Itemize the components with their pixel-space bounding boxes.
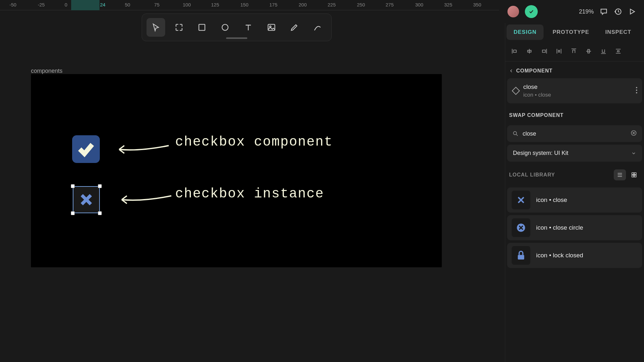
- ruler-tick: 200: [298, 2, 307, 7]
- library-dropdown[interactable]: Design system: UI Kit: [507, 145, 642, 162]
- top-bar: 219%: [500, 0, 644, 23]
- list-view-button[interactable]: [614, 169, 626, 180]
- component-name: close: [523, 83, 551, 90]
- properties-panel: DESIGN PROTOTYPE INSPECT COMPONENT close…: [505, 23, 644, 362]
- svg-point-8: [513, 131, 516, 135]
- history-icon[interactable]: [614, 7, 622, 16]
- grid-view-button[interactable]: [628, 169, 640, 180]
- align-center-v[interactable]: [583, 46, 594, 57]
- tab-prototype[interactable]: PROTOTYPE: [545, 24, 596, 40]
- ruler-tick: 225: [327, 2, 336, 7]
- ruler-tick: 24: [100, 2, 106, 7]
- ruler-tick: 75: [154, 2, 160, 7]
- distribute-h[interactable]: [554, 46, 564, 57]
- clear-search-button[interactable]: [630, 130, 637, 138]
- swap-section-label: SWAP COMPONENT: [509, 112, 564, 118]
- selection-handle-tr[interactable]: [98, 184, 102, 188]
- result-label: icon • close circle: [536, 224, 583, 231]
- component-card[interactable]: close icon • close: [507, 78, 642, 103]
- ruler-tick: -50: [9, 2, 16, 7]
- svg-rect-10: [632, 173, 634, 175]
- swap-search[interactable]: [507, 125, 642, 142]
- selection-handle-bl[interactable]: [71, 211, 75, 215]
- chevron-left-icon: [509, 69, 514, 73]
- align-center-h[interactable]: [524, 46, 535, 57]
- selection-handle-br[interactable]: [98, 211, 102, 215]
- zoom-level[interactable]: 219%: [579, 8, 594, 15]
- ruler-tick: 100: [183, 2, 191, 7]
- swap-result-item[interactable]: icon • close: [507, 187, 642, 213]
- ellipse-tool[interactable]: [216, 18, 234, 37]
- result-label: icon • close: [536, 196, 567, 204]
- svg-rect-2: [268, 24, 275, 31]
- more-vertical-icon: [636, 87, 638, 94]
- move-tool[interactable]: [147, 18, 165, 37]
- toolbar-drag-handle[interactable]: [226, 37, 247, 39]
- distribute-v[interactable]: [613, 46, 624, 57]
- svg-rect-0: [199, 24, 205, 31]
- panel-tabs: DESIGN PROTOTYPE INSPECT: [505, 23, 644, 41]
- checkbox-component[interactable]: [72, 135, 100, 163]
- tab-design[interactable]: DESIGN: [507, 24, 544, 40]
- component-more-button[interactable]: [636, 87, 638, 95]
- annotation-checkbox-component: checkbox component: [175, 134, 333, 150]
- user-avatar[interactable]: [507, 6, 519, 17]
- frame-tool[interactable]: [170, 18, 188, 37]
- text-tool[interactable]: [239, 18, 258, 37]
- align-right[interactable]: [539, 46, 550, 57]
- ruler-tick: 0: [65, 2, 67, 7]
- swap-search-input[interactable]: [523, 130, 627, 137]
- pencil-tool[interactable]: [285, 18, 304, 37]
- svg-point-5: [636, 87, 637, 88]
- ruler-tick: 350: [473, 2, 481, 7]
- component-diamond-icon: [512, 87, 520, 95]
- tab-inspect[interactable]: INSPECT: [598, 24, 639, 40]
- collaborator-avatar[interactable]: [525, 5, 538, 18]
- frame-components[interactable]: checkbox component checkbox instance: [31, 74, 442, 267]
- svg-point-1: [222, 24, 228, 31]
- swap-result-item[interactable]: icon • close circle: [507, 215, 642, 240]
- alignment-row: [505, 41, 644, 62]
- image-tool[interactable]: [262, 18, 281, 37]
- swap-results-list: icon • close icon • close circle icon • …: [505, 187, 644, 268]
- align-top[interactable]: [568, 46, 579, 57]
- comment-icon[interactable]: [600, 7, 608, 16]
- result-thumbnail: [512, 191, 530, 209]
- ruler-tick: 275: [385, 2, 393, 7]
- ruler-tick: 50: [125, 2, 130, 7]
- result-label: icon • lock closed: [536, 252, 583, 259]
- view-toggle: [614, 169, 640, 180]
- pen-tool[interactable]: [308, 18, 327, 37]
- svg-rect-11: [634, 173, 636, 175]
- ruler-tick: 175: [269, 2, 277, 7]
- ruler-tick: 325: [444, 2, 452, 7]
- arrow-annotation-1: [115, 142, 169, 160]
- frame-label[interactable]: components: [31, 68, 62, 74]
- checkmark-icon: [77, 140, 95, 158]
- checkbox-instance[interactable]: [73, 186, 100, 213]
- component-section-header[interactable]: COMPONENT: [505, 62, 644, 78]
- play-icon[interactable]: [628, 7, 636, 16]
- component-breadcrumb: icon • close: [523, 92, 551, 98]
- align-left[interactable]: [509, 46, 520, 57]
- ruler-tick: 300: [415, 2, 423, 7]
- rectangle-tool[interactable]: [193, 18, 212, 37]
- align-bottom[interactable]: [598, 46, 609, 57]
- result-thumbnail: [512, 218, 530, 237]
- svg-rect-12: [632, 175, 634, 177]
- svg-rect-15: [518, 255, 524, 260]
- svg-rect-13: [634, 175, 636, 177]
- close-icon: [79, 192, 94, 207]
- ruler-selection-highlight: [71, 0, 99, 10]
- checkbox-instance-selection[interactable]: [70, 184, 102, 216]
- swap-result-item[interactable]: icon • lock closed: [507, 243, 642, 268]
- search-icon: [512, 130, 519, 137]
- chevron-down-icon: [631, 151, 636, 156]
- local-library-header: LOCAL LIBRARY: [505, 162, 644, 185]
- selection-handle-tl[interactable]: [71, 184, 75, 188]
- arrow-annotation-2: [117, 193, 172, 210]
- result-thumbnail: [512, 246, 530, 265]
- local-library-label: LOCAL LIBRARY: [509, 172, 555, 178]
- canvas[interactable]: components checkbox component checkbox i…: [0, 10, 500, 362]
- swap-section-header: SWAP COMPONENT: [505, 103, 644, 123]
